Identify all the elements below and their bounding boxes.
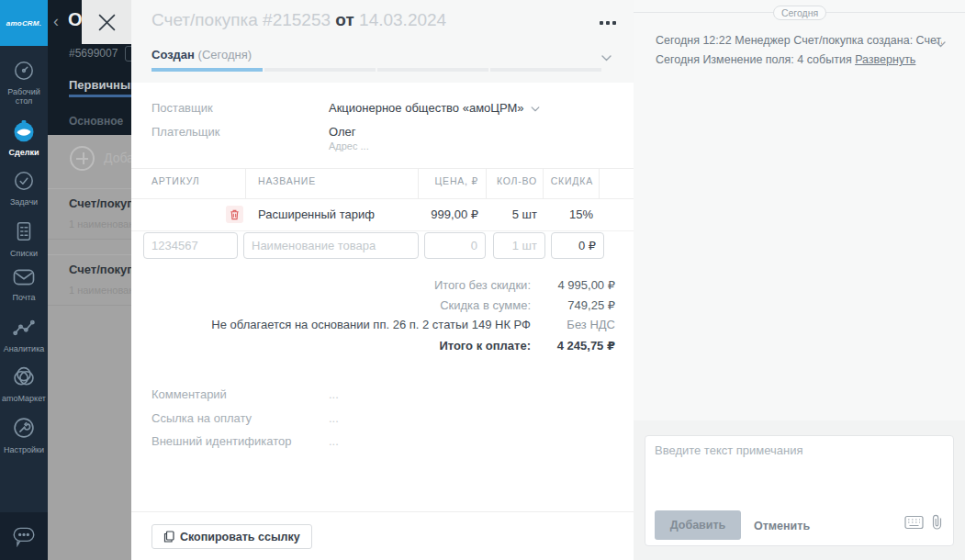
- cancel-note-button[interactable]: Отменить: [754, 520, 810, 532]
- product-name: Расширенный тариф: [258, 207, 375, 221]
- analytics-icon: [11, 316, 37, 340]
- bg-card-title: Счет/покупк: [69, 263, 131, 276]
- grand-total-label: Итого к оплате:: [439, 339, 531, 353]
- support-chat-button[interactable]: [0, 512, 48, 560]
- trash-icon: [230, 209, 240, 220]
- app-window: amoCRM. Рабочий стол Сделки Задачи Списк…: [0, 0, 965, 560]
- sidebar-item-mail[interactable]: Почта: [0, 266, 48, 302]
- discount-sum-label: Скидка в сумме:: [440, 298, 531, 312]
- timeline-panel: Сегодня Сегодня 12:22 Менеджер Счет/поку…: [634, 0, 965, 560]
- chevron-down-icon[interactable]: [936, 37, 946, 50]
- supplier-select[interactable]: Акционерное общество «амоЦРМ»: [329, 101, 540, 115]
- plus-icon: [70, 146, 95, 171]
- external-id-label: Внешний идентификатор: [151, 434, 291, 448]
- col-header-qty: КОЛ-ВО: [486, 175, 537, 186]
- progress-segment-done: [151, 68, 263, 72]
- qty-input[interactable]: [493, 232, 545, 259]
- sidebar-item-label: Списки: [0, 249, 48, 258]
- sidebar: amoCRM. Рабочий стол Сделки Задачи Списк…: [0, 0, 48, 560]
- expand-link[interactable]: Развернуть: [855, 53, 915, 66]
- column-divider: [599, 168, 600, 198]
- sidebar-item-label: Рабочий стол: [0, 87, 48, 106]
- sidebar-item-label: Задачи: [0, 197, 48, 207]
- copy-icon: [163, 531, 174, 543]
- invoice-modal: Счет/покупка #215253 от 14.03.2024 Созда…: [131, 0, 634, 560]
- sidebar-item-label: Почта: [0, 293, 48, 302]
- tax-note-label: Не облагается на основании пп. 26 п. 2 с…: [211, 318, 531, 331]
- progress-segment: [377, 68, 488, 72]
- column-divider: [245, 168, 246, 198]
- divider: [48, 188, 131, 189]
- close-button[interactable]: [82, 0, 131, 44]
- divider: [48, 239, 131, 240]
- amocrm-logo[interactable]: amoCRM.: [0, 0, 48, 46]
- col-header-article: АРТИКУЛ: [151, 175, 200, 186]
- more-menu-button[interactable]: [597, 18, 619, 28]
- payer-label: Плательщик: [151, 125, 219, 139]
- price-input[interactable]: [424, 232, 486, 259]
- product-qty: 5 шт: [486, 207, 537, 221]
- copy-link-label: Скопировать ссылку: [180, 531, 300, 543]
- copy-link-button[interactable]: Скопировать ссылку: [151, 524, 312, 549]
- supplier-label: Поставщик: [151, 101, 213, 115]
- sidebar-item-dashboard[interactable]: Рабочий стол: [0, 59, 48, 106]
- deals-icon: [11, 118, 37, 143]
- invoice-number: Счет/покупка #215253: [151, 10, 331, 29]
- chevron-down-icon: [531, 101, 540, 115]
- total-label: Итого без скидки:: [434, 278, 531, 292]
- comment-value[interactable]: ...: [329, 387, 339, 401]
- table-border: [131, 230, 634, 231]
- close-icon: [97, 13, 117, 32]
- back-arrow-icon: ‹: [53, 12, 59, 31]
- divider: [48, 254, 131, 255]
- add-item-label: Доба: [104, 151, 131, 165]
- sidebar-item-lists[interactable]: Списки: [0, 218, 48, 258]
- sidebar-item-deals[interactable]: Сделки: [0, 118, 48, 157]
- sidebar-item-label: Настройки: [0, 445, 48, 454]
- comment-label: Комментарий: [151, 387, 227, 401]
- mail-icon: [11, 266, 37, 288]
- sidebar-item-analytics[interactable]: Аналитика: [0, 316, 48, 353]
- progress-segment: [490, 68, 601, 72]
- deal-id: #5699007: [69, 47, 118, 60]
- chevron-down-icon[interactable]: [601, 50, 612, 64]
- sidebar-item-market[interactable]: amoМаркет: [0, 364, 48, 403]
- article-input[interactable]: [143, 232, 238, 259]
- paperclip-icon: [930, 513, 944, 531]
- bg-card-title: Счет/покупк: [69, 196, 131, 210]
- note-input[interactable]: [655, 443, 944, 502]
- product-price: 999,00 ₽: [418, 207, 478, 221]
- lists-icon: [12, 218, 36, 244]
- payer-value: Олег: [329, 125, 356, 139]
- status-hint: (Сегодня): [198, 48, 252, 62]
- discount-input[interactable]: [551, 232, 604, 259]
- external-id-value[interactable]: ...: [329, 434, 339, 448]
- day-badge: Сегодня: [773, 6, 826, 20]
- payment-link-value[interactable]: ...: [329, 411, 339, 425]
- divider: [48, 305, 131, 306]
- stage-progress-bar: [151, 68, 601, 72]
- status-accordion[interactable]: Создан (Сегодня): [151, 48, 252, 62]
- supplier-value: Акционерное общество «амоЦРМ»: [329, 101, 524, 115]
- bg-card-subtitle: 1 наименован: [69, 285, 131, 296]
- invoice-date: 14.03.2024: [359, 10, 446, 29]
- add-note-button[interactable]: Добавить: [655, 510, 741, 540]
- grand-total-value: 4 245,75 ₽: [557, 339, 615, 353]
- col-header-name: НАЗВАНИЕ: [258, 175, 316, 186]
- sidebar-item-tasks[interactable]: Задачи: [0, 169, 48, 207]
- feed-event-created[interactable]: Сегодня 12:22 Менеджер Счет/покупка созд…: [656, 34, 942, 47]
- total-value: 4 995,00 ₽: [558, 278, 616, 292]
- chat-icon: [11, 524, 37, 548]
- progress-segment: [264, 68, 376, 72]
- delete-row-button[interactable]: [226, 206, 243, 223]
- keyboard-shortcuts-button[interactable]: [904, 515, 924, 532]
- dashboard-icon: [12, 59, 36, 83]
- attach-file-button[interactable]: [930, 513, 944, 533]
- tab-main: Основное: [69, 115, 123, 128]
- product-name-input[interactable]: [243, 232, 419, 259]
- deal-tag-badge: [125, 46, 131, 62]
- discount-sum-value: 749,25 ₽: [567, 298, 615, 312]
- payment-link-label: Ссылка на оплату: [151, 411, 252, 425]
- sidebar-item-settings[interactable]: Настройки: [0, 415, 48, 454]
- keyboard-icon: [904, 515, 924, 530]
